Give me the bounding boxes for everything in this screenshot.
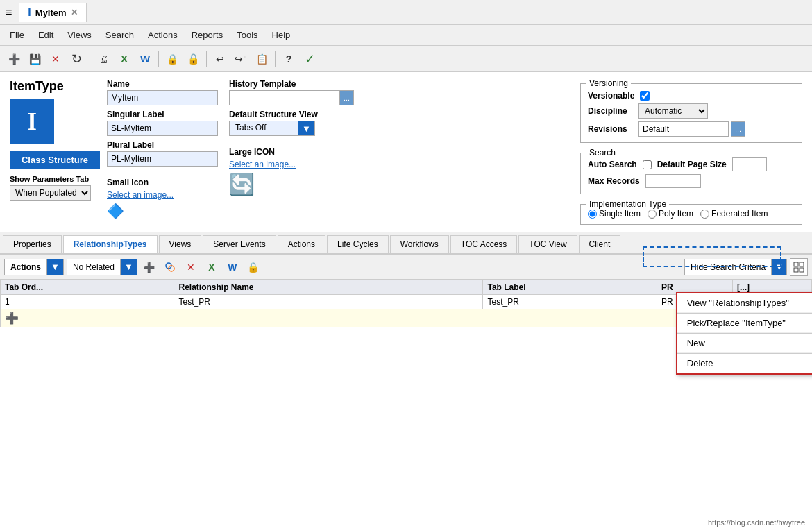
discipline-label: Discipline — [588, 106, 633, 116]
form-area: ItemType I Class Structure Show Paramete… — [0, 72, 812, 232]
default-structure-dropdown-button[interactable]: ▼ — [298, 121, 315, 136]
word-button[interactable]: W — [135, 49, 155, 69]
menu-views[interactable]: Views — [60, 28, 98, 42]
redo-button[interactable]: ↪° — [231, 49, 251, 69]
small-icon-group: Small Icon Select an image... 🔷 — [107, 178, 218, 219]
tab-life-cycles[interactable]: Life Cycles — [327, 235, 389, 253]
btb-add-button[interactable]: ➕ — [140, 258, 158, 276]
add-row-button[interactable]: ➕ — [5, 312, 19, 324]
col-tab-label: Tab Label — [483, 280, 657, 295]
help-button[interactable]: ? — [279, 49, 298, 69]
tab-properties[interactable]: Properties — [3, 235, 62, 253]
accept-button[interactable]: ✓ — [300, 49, 319, 69]
page-size-input[interactable] — [732, 157, 767, 171]
no-related-label: No Related — [67, 262, 120, 272]
ctx-delete[interactable]: Delete — [677, 354, 812, 373]
tab-workflows[interactable]: Workflows — [390, 235, 449, 253]
singular-input[interactable] — [107, 121, 218, 136]
tab-actions[interactable]: Actions — [278, 235, 325, 253]
plural-input[interactable] — [107, 151, 218, 167]
btb-delete-button[interactable]: ✕ — [182, 258, 200, 276]
lock-button[interactable]: 🔒 — [162, 49, 182, 69]
no-related-dropdown-arrow[interactable]: ▼ — [120, 259, 137, 275]
menu-actions[interactable]: Actions — [141, 28, 185, 42]
tab-toc-access[interactable]: TOC Access — [450, 235, 517, 253]
large-icon-preview: 🔄 — [229, 172, 354, 196]
versioning-group: Versioning Versionable Discipline Automa… — [580, 83, 802, 143]
add-button[interactable]: ➕ — [4, 49, 24, 69]
title-tab-close[interactable]: ✕ — [71, 8, 78, 17]
discipline-select[interactable]: Automatic Manual — [638, 103, 708, 119]
tab-client[interactable]: Client — [579, 235, 621, 253]
tab-views[interactable]: Views — [159, 235, 202, 253]
versionable-row: Versionable — [588, 91, 795, 101]
ctx-new[interactable]: New — [677, 334, 812, 353]
ctx-pick-replace[interactable]: Pick/Replace "ItemType" — [677, 314, 812, 333]
single-item-option[interactable]: Single Item — [588, 209, 641, 219]
single-item-radio[interactable] — [588, 210, 597, 219]
ctx-view-rel-types[interactable]: View "RelationshipTypes" — [677, 293, 812, 313]
undo-button[interactable]: ↩ — [210, 49, 230, 69]
revisions-label: Revisions — [588, 124, 633, 134]
poly-item-option[interactable]: Poly Item — [648, 209, 693, 219]
excel-button[interactable]: X — [115, 49, 134, 69]
unlock-button[interactable]: 🔓 — [183, 49, 203, 69]
discipline-row: Discipline Automatic Manual — [588, 103, 795, 119]
small-icon-preview: 🔷 — [107, 203, 218, 219]
print-button[interactable]: 🖨 — [94, 49, 113, 69]
name-input[interactable] — [107, 90, 218, 105]
history-template-input[interactable] — [229, 90, 340, 105]
no-related-dropdown[interactable]: No Related ▼ — [67, 259, 137, 275]
menu-file[interactable]: File — [3, 28, 31, 42]
title-tab[interactable]: I MyItem ✕ — [19, 3, 86, 22]
btb-copy-button[interactable] — [161, 258, 179, 276]
hamburger-icon[interactable]: ≡ — [6, 6, 12, 19]
bottom-toolbar: Actions ▼ No Related ▼ ➕ ✕ X W 🔒 View "R… — [0, 255, 812, 280]
menu-reports[interactable]: Reports — [185, 28, 230, 42]
menu-tools[interactable]: Tools — [230, 28, 264, 42]
history-template-input-group: ... — [229, 90, 354, 105]
actions-dropdown[interactable]: Actions ▼ — [4, 259, 64, 275]
large-icon-link[interactable]: Select an image... — [229, 160, 354, 169]
impl-type-group: Implementation Type Single Item Poly Ite… — [580, 204, 802, 225]
max-records-label: Max Records — [588, 176, 640, 186]
tab-toc-view[interactable]: TOC View — [518, 235, 577, 253]
auto-search-checkbox[interactable] — [643, 160, 652, 169]
class-structure-button[interactable]: Class Structure — [10, 151, 100, 169]
show-params-select[interactable]: When Populated Always Never — [10, 185, 91, 201]
show-params-label: Show Parameters Tab — [10, 175, 100, 183]
cell-rel-name: Test_PR — [174, 295, 483, 309]
federated-item-option[interactable]: Federated Item — [700, 209, 768, 219]
grid-icon-button[interactable] — [790, 258, 808, 276]
versionable-checkbox[interactable] — [640, 91, 650, 101]
history-template-dots-button[interactable]: ... — [340, 90, 354, 105]
delete-button[interactable]: ✕ — [46, 49, 65, 69]
menu-edit[interactable]: Edit — [31, 28, 60, 42]
max-records-input[interactable] — [645, 174, 701, 188]
revisions-input[interactable] — [638, 121, 729, 137]
actions-label: Actions — [5, 262, 46, 272]
svg-rect-4 — [794, 268, 798, 272]
btb-excel-button[interactable]: X — [203, 258, 221, 276]
menu-search[interactable]: Search — [99, 28, 141, 42]
menu-help[interactable]: Help — [265, 28, 298, 42]
revisions-row: Revisions ... — [588, 121, 795, 137]
title-tab-icon: I — [28, 6, 31, 19]
copy-button[interactable]: 📋 — [252, 49, 271, 69]
large-icon-group: Large ICON Select an image... 🔄 — [229, 147, 354, 196]
federated-item-radio[interactable] — [700, 210, 709, 219]
revisions-dots-button[interactable]: ... — [731, 121, 745, 137]
tab-server-events[interactable]: Server Events — [203, 235, 276, 253]
field-col-2: History Template ... Default Structure V… — [229, 79, 354, 225]
btb-lock-button[interactable]: 🔒 — [244, 258, 262, 276]
item-type-heading: ItemType — [10, 79, 100, 94]
item-icon-box: I — [10, 99, 54, 144]
actions-dropdown-arrow[interactable]: ▼ — [46, 259, 63, 275]
poly-item-radio[interactable] — [648, 210, 657, 219]
small-icon-link[interactable]: Select an image... — [107, 190, 218, 200]
refresh-button[interactable]: ↻ — [67, 49, 86, 69]
save-button[interactable]: 💾 — [25, 49, 44, 69]
btb-word-button[interactable]: W — [223, 258, 242, 276]
tab-relationship-types[interactable]: RelationshipTypes — [63, 235, 158, 253]
cell-tab-label: Test_PR — [483, 295, 657, 309]
